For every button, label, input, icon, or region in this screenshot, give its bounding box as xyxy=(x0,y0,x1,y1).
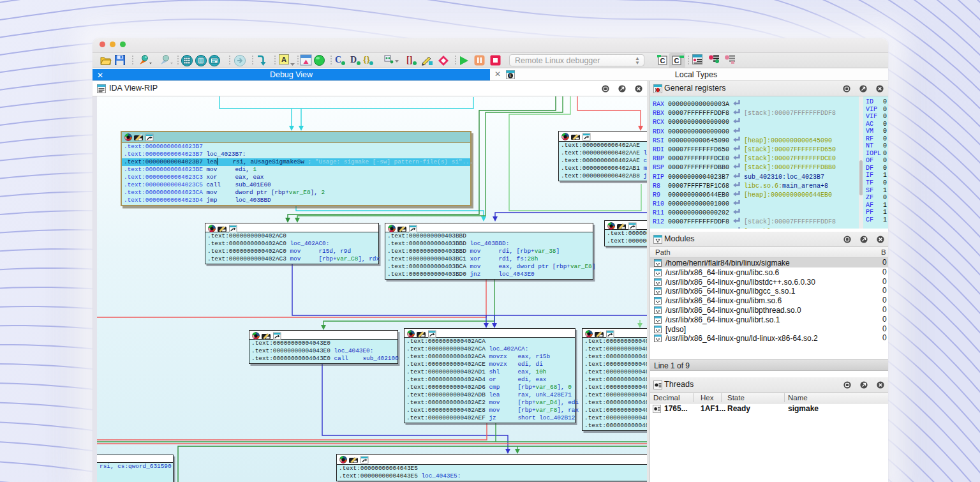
svg-text:C: C xyxy=(660,57,665,64)
svg-text:C: C xyxy=(674,57,679,64)
